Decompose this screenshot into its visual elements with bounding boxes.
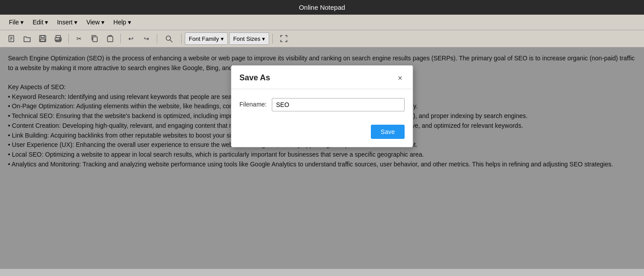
save-toolbar-button[interactable] [36,32,50,45]
toolbar: ✂ ↩ ↪ Font Family ▾ Font Sizes ▾ [0,30,644,47]
separator-5 [272,34,273,43]
menu-file[interactable]: File ▾ [5,17,27,27]
svg-rect-5 [41,35,44,38]
modal-title: Save As [239,72,270,84]
modal-footer: Save [231,120,413,147]
modal-header: Save As × [231,66,413,89]
menu-bar: File ▾ Edit ▾ Insert ▾ View ▾ Help ▾ [0,15,644,30]
print-button[interactable] [51,32,65,45]
modal-overlay: Save As × Filename: Save [0,47,644,269]
cut-button[interactable]: ✂ [72,32,86,45]
undo-button[interactable]: ↩ [124,32,138,45]
menu-insert[interactable]: Insert ▾ [53,17,81,27]
svg-point-10 [60,39,60,39]
filename-input[interactable] [272,98,405,111]
font-family-chevron-icon: ▾ [221,35,224,42]
fullscreen-button[interactable] [276,32,292,45]
separator-1 [68,34,69,43]
new-button[interactable] [4,32,19,45]
separator-2 [120,34,121,43]
font-sizes-label: Font Sizes [233,35,260,42]
filename-label: Filename: [239,100,266,110]
content-area: Search Engine Optimization (SEO) is the … [0,47,644,269]
font-sizes-chevron-icon: ▾ [262,35,265,42]
separator-4 [181,34,182,43]
menu-edit[interactable]: Edit ▾ [29,17,52,27]
separator-3 [157,34,157,43]
redo-button[interactable]: ↪ [139,32,154,45]
title-bar: Online Notepad [0,0,644,15]
menu-help[interactable]: Help ▾ [110,17,135,27]
svg-rect-12 [107,36,113,42]
svg-line-14 [170,40,172,42]
font-sizes-dropdown[interactable]: Font Sizes ▾ [229,32,269,45]
svg-rect-6 [40,39,45,41]
font-family-dropdown[interactable]: Font Family ▾ [185,32,228,45]
font-family-label: Font Family [189,35,219,42]
svg-point-13 [166,36,171,40]
modal-close-button[interactable]: × [395,73,405,83]
menu-view[interactable]: View ▾ [83,17,108,27]
app-title: Online Notepad [299,4,345,11]
svg-rect-11 [93,37,97,42]
copy-button[interactable] [87,32,102,45]
filename-row: Filename: [239,98,405,111]
modal-body: Filename: [231,89,413,120]
paste-button[interactable] [103,32,117,45]
find-button[interactable] [160,32,178,45]
open-button[interactable] [20,32,34,45]
modal-save-button[interactable]: Save [371,125,405,139]
save-as-modal: Save As × Filename: Save [231,65,413,147]
